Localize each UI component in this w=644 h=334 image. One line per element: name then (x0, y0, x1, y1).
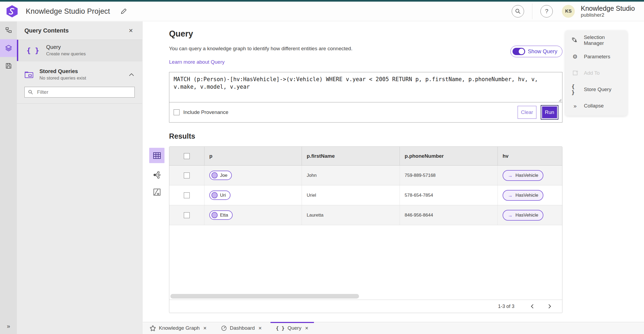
layers-icon (5, 44, 12, 52)
tab-close-icon[interactable]: ✕ (305, 326, 308, 331)
chevron-up-icon (129, 73, 134, 76)
query-form: MATCH (p:Person)-[hv:HasVehicle]->(v:Veh… (169, 72, 562, 123)
graph-view-icon (153, 171, 161, 179)
tab-label: Query (287, 325, 301, 331)
table-empty-space (169, 225, 562, 293)
braces-icon: { } (276, 325, 285, 331)
search-button[interactable] (512, 5, 524, 17)
query-editor[interactable]: MATCH (p:Person)-[hv:HasVehicle]->(v:Veh… (169, 72, 562, 102)
user-info: Knowledge Studio publisher2 (581, 5, 635, 18)
app-header: Knowledge Studio Project ? KS Knowledge … (0, 2, 644, 21)
edge-badge[interactable]: → HasVehicle (503, 170, 543, 181)
collapse-menu-item[interactable]: » Collapse (565, 98, 627, 114)
learn-more-link[interactable]: Learn more about Query (169, 59, 225, 65)
save-icon (5, 62, 12, 69)
table-row: Uri Uriel 578-654-7854 → HasVehicle (169, 185, 562, 205)
include-provenance-checkbox[interactable] (174, 109, 180, 115)
tab-dashboard[interactable]: Dashboard ✕ (214, 322, 269, 334)
selection-manager-item[interactable]: Selection Manager (565, 32, 627, 48)
tab-close-icon[interactable]: ✕ (258, 326, 262, 331)
rail-item-save[interactable] (0, 57, 17, 75)
rail-item-layers[interactable] (0, 39, 17, 57)
search-icon (28, 89, 33, 95)
tab-label: Dashboard (230, 325, 255, 331)
stored-queries-section[interactable]: Stored Queries No stored queries exist (17, 61, 142, 84)
rail-item-hierarchy[interactable] (0, 21, 17, 39)
graph-view-button[interactable] (152, 170, 162, 180)
node-dot-icon (211, 212, 218, 218)
include-provenance-label: Include Provenance (183, 109, 228, 115)
filter-field (24, 87, 135, 98)
node-badge[interactable]: Etta (209, 210, 233, 220)
add-to-label: Add To (584, 70, 600, 76)
tab-knowledge-graph[interactable]: Knowledge Graph ✕ (143, 322, 214, 334)
edge-badge[interactable]: → HasVehicle (503, 210, 543, 221)
row-checkbox[interactable] (184, 212, 190, 218)
table-row: Etta Lauretta 846-956-8644 → HasVehicle (169, 205, 562, 225)
user-name: publisher2 (581, 12, 635, 18)
clear-button[interactable]: Clear (518, 106, 536, 119)
table-pagination: 1-3 of 3 (169, 300, 562, 313)
arrow-right-icon: → (508, 213, 513, 218)
run-button[interactable]: Run (541, 105, 558, 120)
query-item-subtitle: Create new queries (46, 51, 86, 57)
query-actions-menu: Selection Manager ⚙ Parameters Add To { … (565, 30, 627, 116)
filter-input[interactable] (36, 89, 131, 95)
node-label: Uri (220, 193, 226, 198)
gear-icon: ⚙ (572, 53, 579, 60)
query-contents-panel: Query Contents ✕ { } Query Create new qu… (17, 21, 142, 334)
row-checkbox[interactable] (184, 192, 190, 198)
panel-title: Query Contents (24, 27, 69, 34)
toggle-knob (519, 49, 524, 54)
results-view-switcher (149, 148, 164, 197)
pagination-range: 1-3 of 3 (498, 304, 514, 309)
collapse-icon: » (572, 103, 579, 109)
left-icon-rail: » (0, 21, 17, 334)
node-label: Joe (220, 173, 227, 178)
edge-badge[interactable]: → HasVehicle (503, 190, 543, 201)
show-query-toggle[interactable]: Show Query (510, 46, 562, 57)
edit-project-title-button[interactable] (119, 7, 128, 16)
previous-page-button[interactable] (527, 302, 537, 310)
cell-phone: 578-654-7854 (400, 185, 497, 205)
map-view-button[interactable] (152, 187, 162, 197)
avatar[interactable]: KS (562, 5, 575, 18)
table-view-icon (153, 152, 161, 159)
chevron-right-icon (548, 304, 551, 309)
panel-close-button[interactable]: ✕ (127, 27, 135, 34)
arrow-right-icon: → (508, 173, 513, 178)
folder-icon (24, 70, 34, 79)
expand-rail-button[interactable]: » (0, 321, 17, 332)
project-title: Knowledge Studio Project (26, 7, 110, 16)
tab-close-icon[interactable]: ✕ (203, 326, 207, 331)
edge-label: HasVehicle (515, 193, 538, 198)
store-query-item[interactable]: { } Store Query (565, 81, 627, 98)
scrollbar-thumb[interactable] (170, 294, 359, 299)
toggle-track (513, 48, 525, 55)
tab-query[interactable]: { } Query ✕ (269, 322, 316, 334)
next-page-button[interactable] (544, 302, 555, 310)
node-badge[interactable]: Joe (209, 171, 232, 180)
column-header-phonenumber: p.phoneNumber (400, 147, 497, 165)
store-query-label: Store Query (584, 87, 611, 92)
select-all-checkbox[interactable] (184, 153, 190, 159)
resize-handle-icon[interactable] (558, 99, 562, 102)
results-title: Results (169, 132, 562, 141)
cell-phone: 759-889-57168 (400, 166, 497, 185)
node-label: Etta (220, 213, 228, 218)
node-badge[interactable]: Uri (209, 191, 230, 200)
cell-firstname: Uriel (302, 185, 400, 205)
row-checkbox[interactable] (184, 173, 190, 178)
panel-item-query[interactable]: { } Query Create new queries (17, 40, 142, 61)
page-description: You can query a knowledge graph to ident… (169, 46, 352, 52)
dashboard-icon (221, 325, 227, 331)
parameters-item[interactable]: ⚙ Parameters (565, 48, 627, 65)
collapse-section-button[interactable] (128, 73, 135, 77)
results-table: p p.firstName p.phoneNumber hv Joe John … (169, 146, 562, 313)
app-logo-icon (6, 5, 18, 17)
column-header-firstname: p.firstName (302, 147, 400, 165)
help-button[interactable]: ? (540, 5, 553, 17)
table-view-button[interactable] (149, 148, 164, 163)
query-item-title: Query (46, 44, 86, 50)
braces-icon: { } (27, 46, 39, 55)
